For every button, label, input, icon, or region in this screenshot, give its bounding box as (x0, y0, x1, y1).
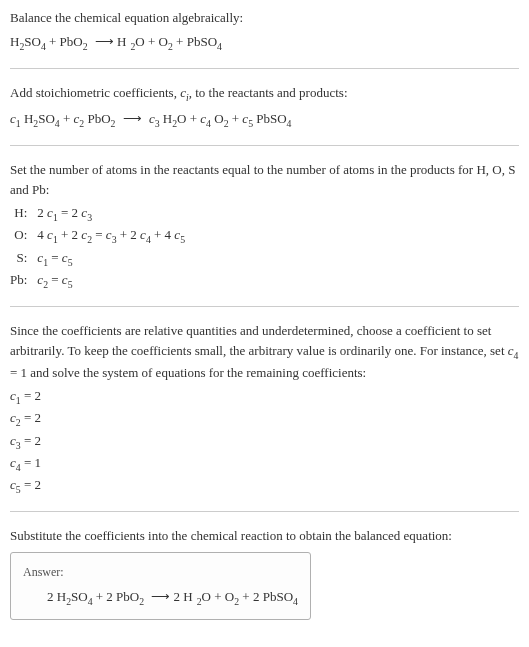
coeff-c4: c4 = 1 (10, 453, 519, 475)
step3-section: Since the coefficients are relative quan… (10, 321, 519, 497)
atom-row-s: S: c1 = c5 (10, 248, 185, 270)
coeff-c3: c3 = 2 (10, 431, 519, 453)
atom-row-h: H: 2 c1 = 2 c3 (10, 203, 185, 225)
divider (10, 145, 519, 146)
atom-row-o: O: 4 c1 + 2 c2 = c3 + 2 c4 + 4 c5 (10, 225, 185, 247)
coefficient-list: c1 = 2 c2 = 2 c3 = 2 c4 = 1 c5 = 2 (10, 386, 519, 497)
answer-label: Answer: (23, 563, 298, 581)
answer-equation: 2 H2SO4 + 2 PbO2 ⟶ 2 H2O + O2 + 2 PbSO4 (23, 587, 298, 609)
divider (10, 306, 519, 307)
atom-equations: H: 2 c1 = 2 c3 O: 4 c1 + 2 c2 = c3 + 2 c… (10, 203, 185, 292)
step4-section: Substitute the coefficients into the che… (10, 526, 519, 620)
intro-text: Balance the chemical equation algebraica… (10, 8, 519, 28)
divider (10, 511, 519, 512)
atom-row-pb: Pb: c2 = c5 (10, 270, 185, 292)
intro-section: Balance the chemical equation algebraica… (10, 8, 519, 54)
coeff-c5: c5 = 2 (10, 475, 519, 497)
step2-section: Set the number of atoms in the reactants… (10, 160, 519, 292)
answer-box: Answer: 2 H2SO4 + 2 PbO2 ⟶ 2 H2O + O2 + … (10, 552, 311, 620)
coeff-c2: c2 = 2 (10, 408, 519, 430)
step3-text: Since the coefficients are relative quan… (10, 321, 519, 382)
step1-section: Add stoichiometric coefficients, ci, to … (10, 83, 519, 131)
intro-equation: H2SO4 + PbO2 ⟶ H2O + O2 + PbSO4 (10, 32, 519, 54)
divider (10, 68, 519, 69)
step1-text: Add stoichiometric coefficients, ci, to … (10, 83, 519, 105)
step2-intro: Set the number of atoms in the reactants… (10, 160, 519, 199)
step1-equation: c1 H2SO4 + c2 PbO2 ⟶ c3 H2O + c4 O2 + c5… (10, 109, 519, 131)
step4-intro: Substitute the coefficients into the che… (10, 526, 519, 546)
coeff-c1: c1 = 2 (10, 386, 519, 408)
